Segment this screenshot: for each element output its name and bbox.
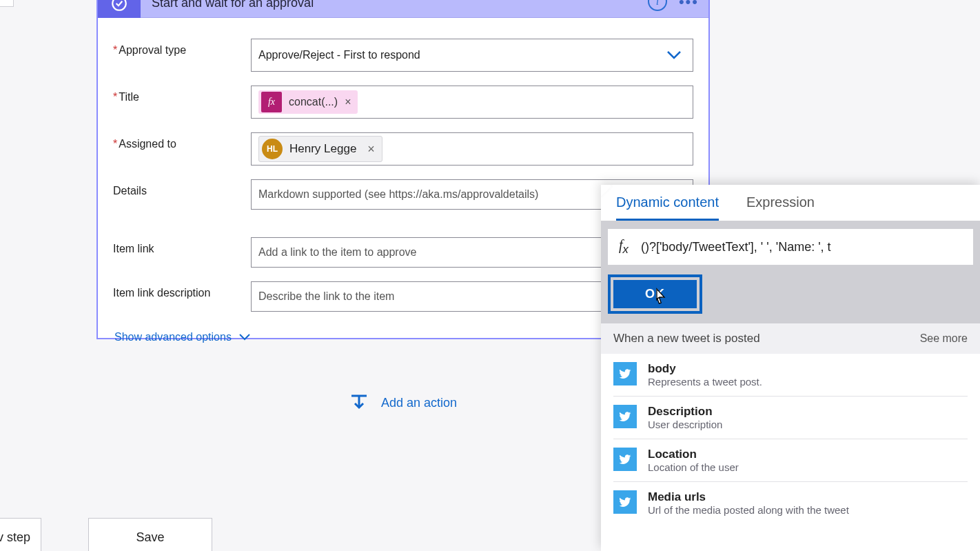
item-subtitle: User description	[648, 419, 722, 430]
dynamic-content-panel: Dynamic content Expression fx ()?['body/…	[601, 185, 980, 551]
details-placeholder: Markdown supported (see https://aka.ms/a…	[258, 188, 538, 201]
item-desc-placeholder: Describe the link to the item	[258, 290, 394, 303]
chevron-down-icon	[238, 333, 251, 341]
panel-tabs: Dynamic content Expression	[601, 185, 980, 221]
title-label: Title	[113, 86, 251, 103]
token-label: concat(...)	[289, 96, 338, 108]
list-item[interactable]: body Represents a tweet post.	[613, 354, 968, 397]
dynamic-items-list: body Represents a tweet post. Descriptio…	[601, 354, 980, 524]
approval-icon	[98, 0, 141, 18]
title-input[interactable]: fx concat(...) ×	[251, 86, 693, 119]
assigned-label: Assigned to	[113, 132, 251, 150]
info-icon[interactable]: i	[648, 0, 667, 11]
item-title: Location	[648, 448, 739, 461]
item-subtitle: Location of the user	[648, 461, 739, 473]
bottom-bar: v step Save	[0, 518, 248, 551]
insert-icon	[349, 393, 369, 412]
fx-icon: fx	[619, 237, 629, 257]
item-subtitle: Url of the media posted along with the t…	[648, 504, 849, 516]
item-link-placeholder: Add a link to the item to approve	[258, 246, 416, 259]
close-icon[interactable]: ×	[367, 142, 375, 157]
approval-type-select[interactable]: Approve/Reject - First to respond	[251, 39, 693, 72]
item-subtitle: Represents a tweet post.	[648, 376, 762, 388]
fx-icon: fx	[261, 92, 282, 112]
advanced-label: Show advanced options	[114, 331, 232, 343]
expression-text: ()?['body/TweetText'], ' ', 'Name: ', t	[641, 240, 831, 254]
see-more-link[interactable]: See more	[920, 332, 968, 345]
details-label: Details	[113, 179, 251, 197]
close-icon[interactable]: ×	[345, 96, 351, 108]
section-header: When a new tweet is posted See more	[601, 323, 980, 354]
item-title: body	[648, 362, 762, 376]
item-title: Description	[648, 405, 722, 419]
approval-type-label: Approval type	[113, 39, 251, 57]
ok-button-highlight: OK	[608, 274, 702, 314]
twitter-icon	[613, 448, 637, 471]
card-title: Start and wait for an approval	[152, 0, 314, 10]
add-action-label: Add an action	[381, 396, 457, 410]
section-title: When a new tweet is posted	[613, 332, 760, 345]
show-advanced-link[interactable]: Show advanced options	[114, 331, 251, 343]
expression-input[interactable]: fx ()?['body/TweetText'], ' ', 'Name: ',…	[608, 229, 973, 265]
new-step-button[interactable]: v step	[0, 518, 41, 551]
twitter-icon	[613, 405, 637, 428]
card-header[interactable]: Start and wait for an approval i •••	[98, 0, 708, 18]
expression-area: fx ()?['body/TweetText'], ' ', 'Name: ',…	[601, 221, 980, 323]
list-item[interactable]: Media urls Url of the media posted along…	[613, 482, 968, 524]
item-link-label: Item link	[113, 237, 251, 255]
approval-type-value: Approve/Reject - First to respond	[258, 49, 420, 61]
save-button[interactable]: Save	[88, 518, 212, 551]
item-title: Media urls	[648, 490, 849, 504]
avatar: HL	[262, 139, 283, 159]
tab-dynamic-content[interactable]: Dynamic content	[616, 194, 719, 221]
chevron-down-icon	[666, 50, 682, 60]
ok-button[interactable]: OK	[613, 280, 697, 308]
item-desc-label: Item link description	[113, 281, 251, 299]
list-item[interactable]: Description User description	[613, 397, 968, 439]
left-card-stub	[0, 0, 14, 7]
list-item[interactable]: Location Location of the user	[613, 439, 968, 482]
assigned-input[interactable]: HL Henry Legge ×	[251, 132, 693, 166]
tab-expression[interactable]: Expression	[746, 194, 815, 221]
more-icon[interactable]: •••	[679, 0, 699, 11]
twitter-icon	[613, 362, 637, 385]
expression-token[interactable]: fx concat(...) ×	[258, 90, 358, 114]
person-chip[interactable]: HL Henry Legge ×	[258, 136, 382, 162]
twitter-icon	[613, 490, 637, 514]
person-name: Henry Legge	[289, 142, 356, 156]
